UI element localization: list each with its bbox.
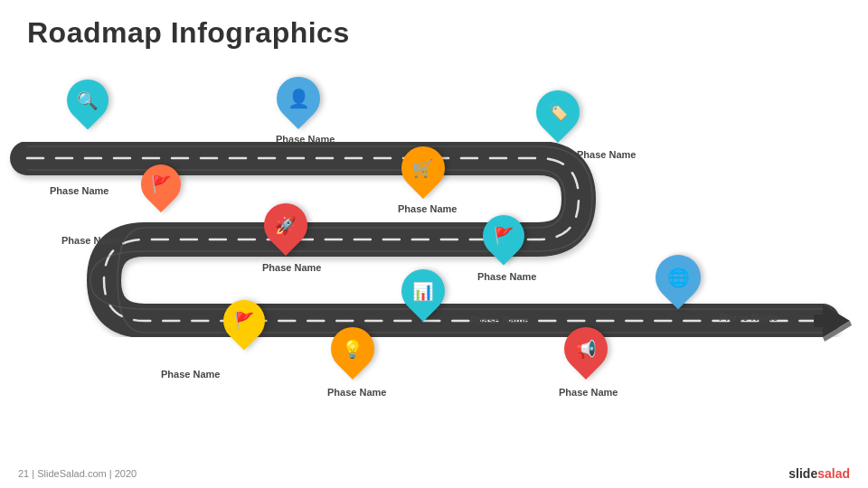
pin-4: 🚀: [264, 203, 307, 247]
footer-year: 2020: [115, 468, 137, 479]
pin-2: 🚩: [141, 164, 181, 204]
slide-title: Roadmap Infographics: [27, 16, 350, 50]
pin-5: 🛒: [401, 146, 445, 190]
pin-6: 🚩: [483, 215, 524, 257]
pin-10: 💡: [331, 327, 374, 371]
pin-12: 🌐: [656, 255, 701, 300]
footer-page-info: 21 | SlideSalad.com | 2020: [18, 468, 137, 479]
footer-brand: slidesalad: [788, 466, 850, 481]
pin-7: 📊: [401, 269, 445, 313]
pin-9: 🚩: [223, 300, 265, 342]
footer: 21 | SlideSalad.com | 2020 slidesalad: [0, 466, 868, 481]
label-pin-7: Phase Name: [470, 314, 529, 325]
label-pin-8: Phase Name: [577, 149, 636, 160]
pin-8: 🏷️: [536, 90, 580, 134]
svg-marker-2: [823, 321, 852, 342]
label-pin-12: Phase Name: [719, 312, 778, 323]
label-pin-3: Phase Name: [276, 134, 335, 145]
pin-1: 🔍: [67, 80, 108, 121]
label-pin-9: Phase Name: [161, 369, 220, 380]
label-pin-10: Phase Name: [327, 387, 386, 398]
label-pin-6: Phase Name: [477, 271, 536, 282]
page-number: 21: [18, 468, 29, 479]
road-svg: [0, 0, 868, 488]
label-pin-5: Phase Name: [398, 203, 457, 214]
label-pin-2b: Phase Name: [61, 235, 120, 246]
pin-11: 📢: [564, 327, 608, 371]
slide: Roadmap Infographics 🔍 🚩 Phase Name: [0, 0, 868, 488]
label-pin-2: Phase Name: [50, 185, 108, 196]
footer-site: SlideSalad.com: [37, 468, 106, 479]
svg-rect-1: [814, 314, 827, 327]
svg-marker-0: [823, 305, 850, 337]
label-pin-4: Phase Name: [262, 262, 321, 273]
label-pin-11: Phase Name: [559, 387, 618, 398]
pin-3: 👤: [277, 77, 320, 120]
